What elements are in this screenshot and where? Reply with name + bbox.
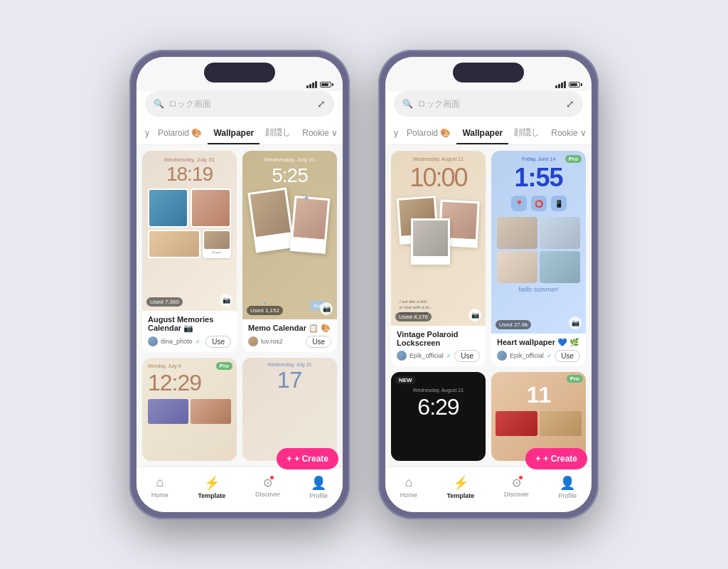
right-discover-icon: ⊙: [512, 476, 521, 489]
august-card-info: August Memories Calendar 📷 dina_photo ✓ …: [142, 311, 237, 352]
dark-date: Wednesday, August 21: [413, 388, 464, 393]
memo-date: Wednesday, July 31: [264, 156, 315, 163]
heart-card-title: Heart wallpaper 💙 🌿: [497, 338, 580, 347]
right-search-bar[interactable]: 🔍 ロック画面 ⤢: [394, 91, 583, 117]
right-phone: 🔍 ロック画面 ⤢ y Polaroid 🎨 Wallpaper 顔隠し Roo…: [378, 50, 599, 519]
left-tab-home[interactable]: ⌂ Home: [151, 475, 168, 499]
right-create-plus: +: [535, 454, 540, 464]
memo-card-title: Memo Calendar 📋 🎨: [248, 324, 331, 333]
amusement-pro-badge: Pro: [567, 375, 583, 383]
left-profile-label: Profile: [310, 492, 328, 499]
august-card[interactable]: Wednesday, July 31 18:19: [142, 151, 237, 352]
august-time: 18:19: [166, 164, 213, 184]
heart-card-image: Pro Friday, June 14 1:55 📍 ⭕ 📱: [491, 151, 586, 334]
left-tab-wallpaper[interactable]: Wallpaper: [208, 122, 259, 144]
left-create-plus: +: [287, 454, 291, 464]
august-camera-icon: 📷: [220, 294, 232, 307]
memo-used-badge: Used 1,152: [247, 306, 283, 315]
left-tab-rookie[interactable]: Rookie ∨: [296, 122, 343, 144]
memo-use-button[interactable]: Use: [306, 336, 331, 348]
right-status-icons: [555, 81, 580, 88]
left-discover-label: Discover: [255, 491, 280, 498]
right-create-label: + Create: [543, 454, 577, 464]
left-expand-icon[interactable]: ⤢: [317, 98, 326, 110]
left-profile-icon: 👤: [311, 475, 326, 491]
left-tab-profile[interactable]: 👤 Profile: [310, 475, 328, 499]
create-date-left: Wednesday, July 31: [267, 362, 311, 367]
right-tab-bar: y Polaroid 🎨 Wallpaper 顔隠し Rookie ∨: [385, 121, 592, 145]
vintage-verified-icon: ✓: [446, 353, 451, 359]
right-template-icon: ⚡: [453, 475, 469, 491]
august-use-button[interactable]: Use: [205, 336, 231, 348]
left-discover-icon: ⊙: [263, 476, 272, 489]
right-search-icon: 🔍: [402, 99, 413, 109]
august-card-meta: dina_photo ✓ Use: [148, 336, 231, 348]
vintage-card-title: Vintage Polaroid Lockscreen: [397, 330, 480, 347]
left-template-label: Template: [198, 492, 225, 499]
heart-card-meta: Epik_official ✓ Use: [497, 350, 580, 362]
right-bottom-tab-bar: ⌂ Home ⚡ Template ⊙ Discover 👤 Profile: [385, 467, 592, 512]
right-search-input[interactable]: ロック画面: [417, 98, 562, 110]
vintage-card[interactable]: Wednesday, August 21 10:00: [391, 151, 486, 366]
right-home-label: Home: [400, 491, 417, 499]
right-phone-notch: [453, 63, 524, 83]
right-tab-template[interactable]: ⚡ Template: [446, 475, 474, 499]
memo-card-info: Memo Calendar 📋 🎨 luv.ros2 Use: [242, 319, 337, 352]
left-bottom-tab-bar: ⌂ Home ⚡ Template ⊙ Discover 👤 Profile: [136, 467, 343, 512]
right-tab-profile[interactable]: 👤 Profile: [559, 475, 577, 499]
dark-card[interactable]: NEW Wednesday, August 21 6:29: [391, 372, 486, 462]
left-home-icon: ⌂: [156, 475, 164, 490]
left-home-label: Home: [151, 491, 168, 499]
left-create-button[interactable]: + + Create: [277, 448, 338, 469]
left-create-label: + Create: [294, 454, 328, 464]
dark-time: 6:29: [417, 394, 459, 420]
left-tab-y[interactable]: y: [142, 122, 152, 144]
right-profile-label: Profile: [559, 492, 577, 499]
august-date: Wednesday, July 31: [164, 156, 215, 163]
vintage-date: Wednesday, August 21: [413, 156, 464, 161]
heart-use-button[interactable]: Use: [555, 350, 580, 362]
august-used-badge: Used 7,360: [146, 297, 183, 307]
left-search-bar[interactable]: 🔍 ロック画面 ⤢: [145, 91, 334, 117]
pro-card-left[interactable]: Pro Monday, July 8 12:29: [142, 358, 237, 462]
right-template-label: Template: [446, 492, 474, 499]
right-expand-icon[interactable]: ⤢: [566, 98, 574, 110]
left-phone: 🔍 ロック画面 ⤢ y Polaroid 🎨 Wallpaper 顔隠し Roo…: [129, 50, 350, 519]
heart-author: Epik_official ✓: [497, 351, 552, 361]
memo-card[interactable]: Wednesday, July 31 5:25: [242, 151, 337, 352]
right-tab-home[interactable]: ⌂ Home: [400, 475, 417, 499]
right-tab-wallpaper[interactable]: Wallpaper: [456, 122, 508, 144]
dark-new-badge: NEW: [395, 376, 416, 384]
vintage-time: 10:00: [410, 163, 466, 193]
left-status-icons: [306, 81, 331, 88]
left-tab-face[interactable]: 顔隠し: [259, 121, 296, 144]
heart-verified-icon: ✓: [547, 353, 552, 359]
right-tab-face[interactable]: 顔隠し: [508, 121, 545, 144]
heart-pro-badge: Pro: [565, 155, 582, 163]
left-search-input[interactable]: ロック画面: [168, 98, 313, 110]
left-tab-template[interactable]: ⚡ Template: [198, 475, 225, 499]
vintage-card-info: Vintage Polaroid Lockscreen Epik_officia…: [391, 326, 486, 366]
right-tab-y[interactable]: y: [391, 122, 401, 144]
hello-summer-text: hello summer!: [518, 286, 559, 293]
left-tab-bar: y Polaroid 🎨 Wallpaper 顔隠し Rookie ∨: [136, 121, 343, 145]
right-tab-rookie[interactable]: Rookie ∨: [545, 122, 592, 144]
heart-card[interactable]: Pro Friday, June 14 1:55 📍 ⭕ 📱: [491, 151, 586, 366]
vintage-used-badge: Used 4,176: [395, 312, 432, 321]
right-create-button[interactable]: + + Create: [525, 448, 587, 469]
vintage-author: Epik_official ✓: [397, 351, 451, 361]
left-tab-discover[interactable]: ⊙ Discover: [255, 476, 280, 498]
right-tab-discover[interactable]: ⊙ Discover: [504, 476, 529, 498]
left-phone-notch: [204, 63, 275, 83]
pro-badge-left: Pro: [216, 362, 232, 370]
create-area-left: Wednesday, July 31 17: [242, 358, 337, 462]
memo-card-meta: luv.ros2 Use: [248, 336, 331, 348]
heart-time: 1:55: [514, 163, 562, 193]
right-tab-polaroid[interactable]: Polaroid 🎨: [401, 122, 456, 144]
vintage-use-button[interactable]: Use: [454, 350, 480, 362]
left-template-icon: ⚡: [204, 475, 220, 491]
pro-time-left: 12:29: [148, 370, 231, 396]
memo-card-image: Wednesday, July 31 5:25: [242, 151, 337, 319]
right-discover-label: Discover: [504, 491, 529, 498]
left-tab-polaroid[interactable]: Polaroid 🎨: [152, 122, 208, 144]
